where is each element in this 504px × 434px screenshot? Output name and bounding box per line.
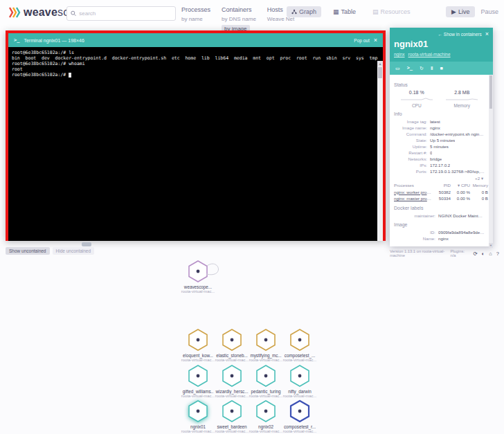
pause-icon[interactable]: ‖ (431, 66, 433, 71)
process-row: nginx: worker process 50382 0.00 % 0 B (394, 189, 485, 196)
info-row: Image tag:latest (394, 118, 485, 125)
details-panel-header: ← Show in containers × ngnix01 nginx roo… (390, 28, 493, 62)
contrast-icon[interactable]: ◐ (482, 251, 485, 257)
process-row: nginx: master proce... 50334 0.00 % 0 B (394, 195, 485, 202)
info-row: Networks:bridge (394, 156, 485, 162)
topology-processes[interactable]: Processes (181, 6, 210, 13)
stop-icon[interactable]: ■ (440, 66, 442, 71)
hexagon-icon (187, 327, 209, 352)
node-sublabel: roota-virtual-mac... (176, 289, 220, 293)
info-row: Image name:nginx (394, 125, 485, 131)
refresh-icon[interactable]: ⟳ (473, 251, 477, 257)
node-label: nifty_darwin (278, 389, 322, 394)
self-loop-edge (204, 260, 224, 281)
search-input[interactable] (79, 10, 172, 17)
node-details-panel: ← Show in containers × ngnix01 nginx roo… (390, 28, 493, 246)
graph-node[interactable]: weavescope...roota-virtual-mac... (176, 259, 220, 293)
processes-header[interactable]: Processes (394, 182, 433, 189)
hexagon-icon (221, 363, 243, 388)
show-more-link[interactable]: +2 ▾ (394, 176, 483, 181)
search-box[interactable] (66, 6, 176, 21)
graph-node[interactable]: composetest_...roota-virtual-mac... (278, 327, 322, 362)
memory-header[interactable]: Memory (470, 182, 488, 189)
topology-nav: Processes by name Containers by DNS name… (181, 6, 294, 33)
graph-node[interactable]: nifty_darwinroota-virtual-mac... (278, 363, 322, 398)
terminal-close-icon[interactable]: × (374, 37, 377, 44)
attach-icon[interactable]: ▭ (395, 66, 400, 71)
show-uncontained-button[interactable]: Show uncontained (6, 247, 50, 255)
footer-status: Version 1.13.1 on roota-virtual-machine … (390, 249, 499, 257)
terminal-cursor (69, 73, 71, 78)
show-in-containers-link[interactable]: ← Show in containers (438, 32, 482, 37)
process-link[interactable]: nginx: master proce... (394, 195, 433, 202)
resources-view-button[interactable]: ▤ Resources (368, 6, 415, 17)
info-row: IPs:172.17.0.2 (394, 162, 485, 168)
help-icon[interactable]: ? (496, 251, 499, 257)
graph-icon (291, 9, 297, 15)
node-sublabel: roota-virtual-mac... (278, 429, 322, 433)
pid-header[interactable]: PID (433, 182, 451, 189)
panel-scroll-thumb[interactable] (489, 75, 492, 109)
image-heading: Image (394, 222, 485, 227)
hexagon-icon (289, 363, 311, 388)
hexagon-icon (255, 363, 277, 388)
exec-shell-icon[interactable]: >_ (407, 66, 413, 71)
table-view-button[interactable]: ▦ Table (328, 6, 361, 17)
terminal-output[interactable]: root@6e38bc65102a:/# ls bin boot dev doc… (8, 47, 383, 241)
cpu-label: CPU (412, 103, 422, 108)
topology-containers-by-dns[interactable]: by DNS name (222, 16, 256, 22)
info-row: Command:/docker-entrypoint.sh nginx -g d… (394, 131, 485, 137)
resources-view-label: Resources (381, 8, 411, 15)
live-label: Live (458, 8, 470, 15)
hexagon-icon (221, 399, 243, 424)
memory-metric: 2.8 MB Memory (446, 90, 478, 108)
status-heading: Status (394, 82, 485, 87)
image-link[interactable]: nginx (394, 52, 405, 57)
node-label: composetest_... (278, 353, 322, 358)
uncontained-toggle: Show uncontained Hide uncontained (6, 247, 94, 255)
terminal-line: bin boot dev docker-entrypoint.d docker-… (12, 55, 375, 61)
terminal-scroll-thumb[interactable] (378, 67, 382, 78)
docker-labels-heading: Docker labels (394, 206, 485, 210)
table-icon: ▦ (333, 8, 339, 15)
resources-icon: ▤ (372, 8, 379, 15)
restart-icon[interactable]: ↻ (420, 66, 424, 71)
graph-node[interactable]: composetest_r...roota-virtual-mac... (278, 399, 322, 433)
logo-icon (7, 6, 21, 19)
host-link[interactable]: roota-virtual-machine (408, 52, 451, 57)
top-header: weavescope Processes by name Containers … (0, 0, 504, 30)
pause-button[interactable]: Pause (480, 8, 498, 15)
graph-view-button[interactable]: Graph (287, 6, 321, 17)
node-label: composetest_r... (278, 424, 322, 429)
node-sublabel: roota-virtual-mac... (278, 358, 322, 362)
process-link[interactable]: nginx: worker process (394, 189, 433, 196)
debug-icon[interactable]: ⌂ (489, 251, 492, 257)
topology-processes-by-name[interactable]: by name (181, 16, 210, 22)
horizontal-scroll-thumb[interactable] (82, 242, 91, 246)
hexagon-icon (289, 327, 311, 352)
cpu-value: 0.18 % (409, 90, 424, 95)
panel-scrollbar[interactable]: ▼ (489, 75, 493, 248)
graph-view-label: Graph (299, 8, 316, 15)
memory-value: 2.8 MB (454, 90, 469, 95)
hide-uncontained-button[interactable]: Hide uncontained (53, 247, 95, 255)
table-view-label: Table (341, 8, 357, 15)
container-title: ngnix01 (394, 39, 489, 49)
info-heading: Info (394, 111, 485, 116)
live-controls: ▶ Live Pause (446, 6, 498, 17)
live-button[interactable]: ▶ Live (446, 6, 475, 17)
popout-button[interactable]: Pop out (354, 38, 369, 43)
panel-close-icon[interactable]: × (485, 30, 489, 37)
node-sublabel: roota-virtual-mac... (278, 394, 322, 398)
cpu-metric: 0.18 % CPU (401, 90, 433, 108)
scroll-down-icon[interactable]: ▼ (489, 243, 493, 248)
terminal-scrollbar[interactable]: ▲ (377, 61, 383, 241)
topology-containers[interactable]: Containers (222, 6, 256, 13)
scroll-up-icon[interactable]: ▲ (377, 61, 383, 66)
info-row: Uptime:5 minutes (394, 143, 485, 150)
hexagon-icon (187, 399, 209, 424)
terminal-line: root@6e38bc65102a:/# ls (12, 50, 375, 55)
terminal-title: Terminal ngnix01 — 198×46 (24, 38, 84, 43)
view-mode-switcher: Graph ▦ Table ▤ Resources (287, 6, 415, 17)
cpu-sort-header[interactable]: ▾ CPU (451, 182, 470, 189)
